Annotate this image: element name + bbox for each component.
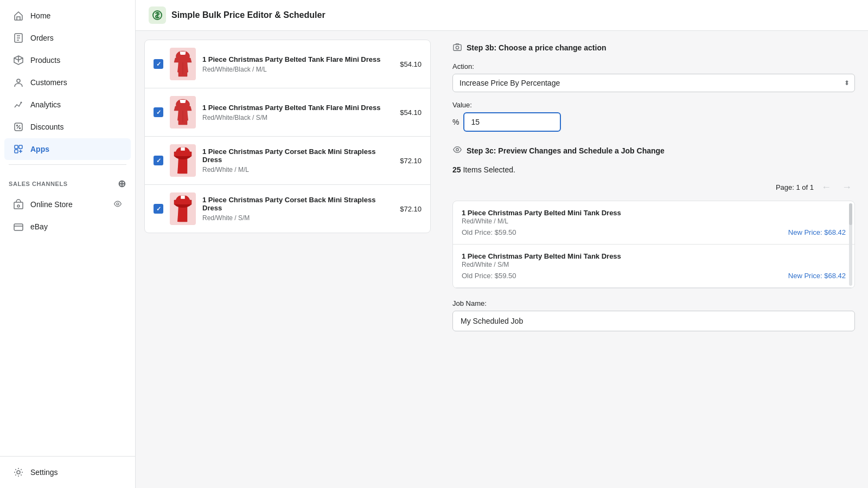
product-info-3: 1 Piece Christmas Party Corset Back Mini…	[202, 147, 393, 174]
preview-item-prices-1: Old Price: $59.50 New Price: $68.42	[462, 228, 846, 236]
sidebar-item-analytics-label: Analytics	[30, 100, 61, 109]
job-name-section: Job Name:	[452, 299, 855, 331]
product-variant-2: Red/White/Black / S/M	[202, 114, 393, 121]
preview-item-name-1: 1 Piece Christmas Party Belted Mini Tank…	[462, 209, 846, 225]
svg-rect-17	[180, 100, 186, 103]
sidebar-item-analytics[interactable]: Analytics	[4, 94, 131, 115]
svg-rect-9	[14, 202, 23, 209]
right-panel: Step 3b: Choose a price change action Ac…	[439, 31, 868, 488]
sidebar-item-customers-label: Customers	[30, 78, 67, 87]
percent-symbol: %	[452, 118, 459, 126]
sidebar-item-customers[interactable]: Customers	[4, 72, 131, 93]
action-select[interactable]: Increase Price By Percentage Decrease Pr…	[452, 74, 855, 92]
items-count: 25	[452, 165, 461, 174]
svg-point-10	[17, 205, 20, 207]
ebay-icon	[13, 221, 24, 232]
sidebar-item-discounts-label: Discounts	[30, 123, 63, 131]
preview-item-prices-2: Old Price: $59.50 New Price: $68.42	[462, 272, 846, 280]
add-channel-icon[interactable]: ⊕	[118, 178, 126, 190]
items-selected: 25 Items Selected.	[452, 165, 855, 174]
sidebar-item-ebay-label: eBay	[30, 222, 48, 231]
sidebar-item-products[interactable]: Products	[4, 49, 131, 71]
step3b-title: Step 3b: Choose a price change action	[452, 42, 855, 54]
sales-channels-title: SALES CHANNELS	[9, 181, 68, 187]
step3b-title-text: Step 3b: Choose a price change action	[467, 43, 607, 52]
online-store-icon	[13, 199, 24, 210]
preview-item-2: 1 Piece Christmas Party Belted Mini Tank…	[453, 245, 854, 288]
action-select-wrapper: Increase Price By Percentage Decrease Pr…	[452, 74, 855, 92]
next-page-button[interactable]: →	[839, 181, 855, 194]
sidebar-item-apps[interactable]: Apps	[4, 138, 131, 160]
sidebar-nav: Home Orders Products	[0, 0, 135, 456]
app-header-icon	[149, 7, 166, 24]
product-list: 1 Piece Christmas Party Belted Tank Flar…	[144, 40, 431, 233]
old-price-2: Old Price: $59.50	[462, 272, 516, 280]
eye-icon	[452, 145, 462, 157]
product-panel: 1 Piece Christmas Party Belted Tank Flar…	[136, 31, 439, 488]
products-icon	[13, 55, 24, 66]
old-price-1: Old Price: $59.50	[462, 228, 516, 236]
value-field: Value: %	[452, 101, 855, 132]
customers-icon	[13, 77, 24, 88]
product-info-1: 1 Piece Christmas Party Belted Tank Flar…	[202, 55, 393, 73]
product-image-3	[170, 144, 196, 177]
product-price-1: $54.10	[400, 60, 422, 68]
sidebar-item-ebay[interactable]: eBay	[4, 216, 131, 237]
body-area: 1 Piece Christmas Party Belted Tank Flar…	[136, 31, 868, 488]
items-selected-label: Items Selected.	[463, 165, 515, 174]
analytics-icon	[13, 99, 24, 110]
svg-rect-19	[454, 44, 461, 50]
product-checkbox-2[interactable]	[154, 107, 163, 117]
value-input[interactable]	[463, 112, 561, 132]
apps-icon	[13, 144, 24, 155]
product-image-2	[170, 96, 196, 129]
sidebar: Home Orders Products	[0, 0, 136, 488]
camera-icon	[452, 42, 462, 54]
svg-rect-8	[15, 150, 18, 153]
svg-point-21	[456, 149, 459, 151]
svg-point-4	[20, 128, 21, 129]
sidebar-item-orders[interactable]: Orders	[4, 27, 131, 49]
product-price-4: $72.10	[400, 205, 422, 213]
svg-rect-12	[14, 224, 23, 230]
job-name-input[interactable]	[452, 311, 855, 331]
action-field: Action: Increase Price By Percentage Dec…	[452, 62, 855, 92]
svg-point-1	[17, 79, 20, 82]
svg-point-3	[17, 125, 18, 126]
scrollbar-track	[849, 203, 852, 286]
product-variant-1: Red/White/Black / M/L	[202, 66, 393, 73]
new-price-1: New Price: $68.42	[788, 228, 846, 236]
svg-point-11	[117, 203, 119, 205]
settings-icon	[13, 467, 24, 478]
product-checkbox-4[interactable]	[154, 204, 163, 214]
scrollbar-thumb	[849, 203, 852, 225]
product-variant-3: Red/White / M/L	[202, 166, 393, 174]
svg-rect-6	[15, 145, 18, 149]
product-checkbox-1[interactable]	[154, 59, 163, 69]
discounts-icon	[13, 121, 24, 132]
value-label: Value:	[452, 101, 855, 109]
step3c-title: Step 3c: Preview Changes and Schedule a …	[452, 145, 855, 157]
svg-point-13	[17, 471, 20, 474]
preview-item-name-2: 1 Piece Christmas Party Belted Mini Tank…	[462, 252, 846, 268]
value-row: %	[452, 112, 855, 132]
table-row: 1 Piece Christmas Party Corset Back Mini…	[145, 185, 430, 233]
sidebar-item-settings[interactable]: Settings	[4, 461, 131, 483]
product-price-3: $72.10	[400, 157, 422, 165]
action-label: Action:	[452, 62, 855, 70]
sidebar-bottom: Settings	[0, 456, 135, 488]
product-checkbox-3[interactable]	[154, 156, 163, 165]
prev-page-button[interactable]: ←	[818, 181, 834, 194]
sidebar-item-home[interactable]: Home	[4, 5, 131, 27]
home-icon	[13, 10, 24, 21]
app-title: Simple Bulk Price Editor & Scheduler	[171, 10, 326, 20]
sidebar-item-online-store[interactable]: Online Store	[4, 194, 131, 215]
online-store-visibility-icon[interactable]	[113, 200, 122, 210]
sidebar-item-online-store-label: Online Store	[30, 200, 73, 209]
product-info-4: 1 Piece Christmas Party Corset Back Mini…	[202, 196, 393, 222]
product-name-2: 1 Piece Christmas Party Belted Tank Flar…	[202, 104, 393, 112]
preview-item-1: 1 Piece Christmas Party Belted Mini Tank…	[453, 201, 854, 245]
product-info-2: 1 Piece Christmas Party Belted Tank Flar…	[202, 104, 393, 121]
sales-channels-section: SALES CHANNELS ⊕	[0, 169, 135, 193]
sidebar-item-discounts[interactable]: Discounts	[4, 116, 131, 138]
